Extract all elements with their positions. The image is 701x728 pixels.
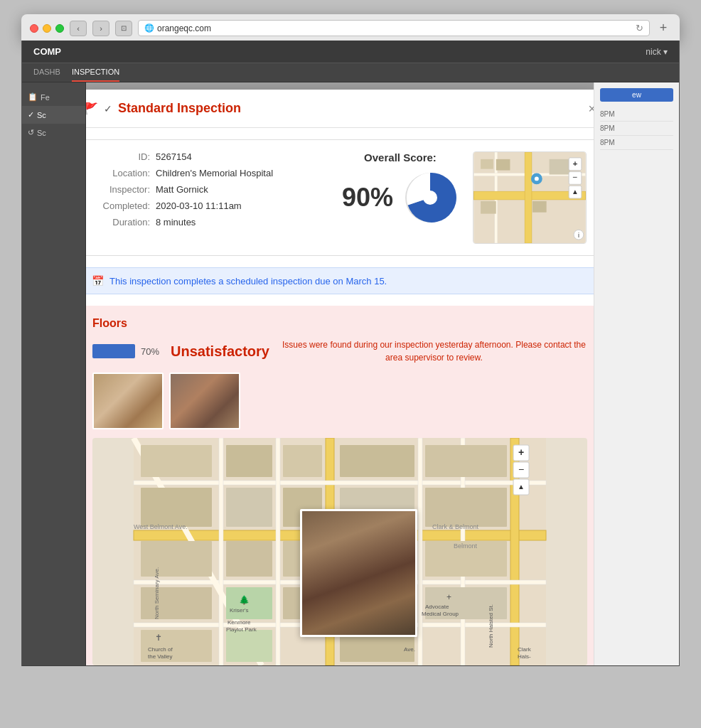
svg-text:🌲: 🌲 (239, 594, 250, 605)
svg-text:✝: ✝ (155, 633, 162, 643)
floor-photo-large (302, 511, 415, 635)
svg-text:Belmont: Belmont (454, 542, 478, 550)
app-title: COMP (33, 46, 61, 57)
svg-rect-11 (481, 201, 496, 214)
completed-row: Completed: 2020-03-10 11:11am (93, 200, 328, 211)
minimize-button[interactable] (43, 24, 51, 33)
svg-rect-42 (226, 488, 272, 527)
svg-rect-10 (496, 159, 510, 171)
svg-rect-8 (525, 152, 532, 243)
right-item-1: 8PM (600, 107, 673, 122)
floors-score-bar (92, 344, 135, 358)
location-label: Location: (93, 168, 150, 178)
map-thumbnail: + − ▲ i (473, 151, 587, 244)
scheduled-text: This inspection completes a scheduled in… (109, 276, 387, 287)
mini-map-svg: + − ▲ i (473, 152, 586, 243)
nav-inspection[interactable]: INSPECTION (72, 63, 119, 82)
duration-row: Duration: 8 minutes (93, 217, 328, 228)
floors-score-percent: 70% (141, 346, 159, 357)
inspector-label: Inspector: (93, 184, 150, 195)
svg-rect-55 (425, 445, 507, 477)
score-section: Overall Score: 90% (342, 151, 459, 244)
score-pie-chart (402, 169, 459, 226)
completed-label: Completed: (93, 200, 150, 211)
svg-rect-9 (481, 159, 493, 169)
floors-score-bar-container: 70% (92, 344, 159, 358)
location-value: Children's Memorial Hospital (156, 168, 273, 178)
svg-rect-33 (418, 438, 422, 665)
maximize-button[interactable] (55, 24, 64, 33)
svg-rect-41 (226, 445, 272, 477)
duration-label: Duration: (93, 217, 150, 228)
svg-text:i: i (578, 232, 579, 239)
svg-text:Clark: Clark (518, 646, 532, 653)
svg-rect-56 (425, 488, 507, 527)
map-photo-overlay[interactable] (300, 509, 417, 637)
svg-text:Kriser's: Kriser's (230, 607, 248, 614)
inspection-modal: 🚩 ✓ Standard Inspection × ID: 5267154 (86, 90, 594, 665)
svg-rect-46 (283, 445, 322, 477)
back-button[interactable]: ‹ (70, 21, 87, 36)
info-card: ID: 5267154 Location: Children's Memoria… (86, 139, 594, 256)
calendar-icon: 📅 (92, 275, 104, 287)
right-sidebar-btn[interactable]: ew (600, 88, 673, 102)
photo-image-2 (171, 374, 239, 428)
svg-rect-28 (134, 481, 546, 485)
svg-point-15 (535, 176, 539, 181)
refresh-icon[interactable]: ↻ (636, 23, 643, 33)
sidebar-item-fe[interactable]: 📋Fe (22, 88, 85, 106)
modal-title: Standard Inspection (118, 101, 241, 116)
svg-rect-36 (141, 445, 212, 477)
floors-map: West Belmont Ave. Clark & Belmont Belmon… (92, 438, 587, 665)
address-bar[interactable]: 🌐 orangeqc.com ↻ (138, 20, 650, 36)
svg-text:Clark & Belmont: Clark & Belmont (432, 523, 479, 530)
svg-rect-37 (141, 488, 212, 527)
score-display: 90% (342, 169, 459, 226)
svg-text:North Halsted St.: North Halsted St. (488, 604, 494, 648)
location-row: Location: Children's Memorial Hospital (93, 168, 328, 178)
traffic-lights (30, 24, 64, 33)
duration-value: 8 minutes (156, 217, 196, 228)
svg-text:Kenmore: Kenmore (228, 619, 251, 626)
nav-dashboard[interactable]: DASHB (33, 63, 60, 82)
photo-thumb-2[interactable] (169, 373, 240, 429)
id-row: ID: 5267154 (93, 151, 328, 162)
photo-row (92, 373, 587, 429)
svg-rect-12 (533, 201, 547, 213)
svg-rect-50 (340, 445, 414, 477)
new-tab-button[interactable]: + (655, 21, 671, 36)
floors-section: Floors 70% Unsatisfactory Issues were fo… (86, 306, 594, 665)
floors-status-label: Unsatisfactory (171, 343, 269, 360)
svg-text:Ave.: Ave. (404, 646, 415, 653)
svg-rect-39 (141, 587, 212, 619)
svg-text:−: − (518, 464, 524, 475)
check-icon: ✓ (104, 103, 112, 114)
info-fields: ID: 5267154 Location: Children's Memoria… (93, 151, 328, 244)
svg-text:+: + (518, 446, 524, 458)
sidebar-item-sc2[interactable]: ↺Sc (22, 124, 85, 141)
id-value: 5267154 (156, 151, 192, 162)
completed-value: 2020-03-10 11:11am (156, 200, 242, 211)
modal-header: 🚩 ✓ Standard Inspection × (86, 90, 594, 128)
svg-text:Advocate: Advocate (425, 604, 449, 610)
modal-close-button[interactable]: × (588, 102, 594, 115)
svg-rect-43 (226, 541, 272, 577)
svg-point-1 (423, 191, 437, 205)
forward-button[interactable]: › (92, 21, 109, 36)
photo-thumb-1[interactable] (92, 373, 164, 429)
modal-body: ID: 5267154 Location: Children's Memoria… (86, 128, 594, 665)
svg-text:+: + (573, 159, 578, 168)
close-button[interactable] (30, 24, 38, 33)
right-sidebar: ew 8PM 8PM 8PM (594, 82, 679, 665)
svg-rect-38 (141, 541, 212, 577)
user-menu[interactable]: nick ▾ (646, 47, 668, 57)
globe-icon: 🌐 (144, 23, 154, 33)
svg-text:North Seminary Ave.: North Seminary Ave. (154, 567, 160, 619)
svg-rect-13 (550, 159, 571, 175)
svg-text:Playlot Park: Playlot Park (226, 626, 257, 633)
sidebar-item-sc1[interactable]: ✓Sc (22, 106, 85, 124)
score-value: 90% (342, 183, 393, 213)
svg-rect-45 (226, 630, 272, 662)
svg-text:▲: ▲ (572, 188, 579, 196)
floors-title: Floors (92, 317, 587, 330)
